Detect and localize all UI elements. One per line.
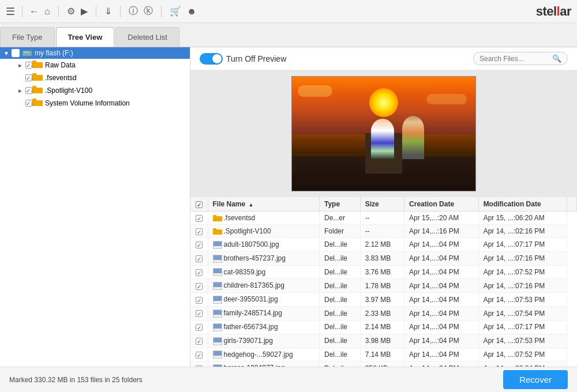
svg-rect-23 — [213, 273, 222, 276]
toggle-thumb — [212, 54, 222, 63]
row-created: Apr 14,...:04 PM — [404, 307, 479, 321]
row-modified: Apr 14, ...:07:54 PM — [478, 307, 567, 321]
row-checkbox-cell[interactable] — [190, 279, 208, 293]
folder-icon — [213, 228, 222, 235]
table-row: horses-1984977.jpgDel...ile256 KBApr 14,… — [190, 361, 577, 367]
row-checkbox[interactable] — [196, 228, 203, 235]
svg-rect-37 — [213, 338, 222, 342]
row-checkbox-cell[interactable] — [190, 361, 208, 367]
file-table-container: File Name ▲ Type Size Creation Date Modi… — [190, 197, 577, 367]
separator — [96, 6, 96, 17]
tab-file-type[interactable]: File Type — [0, 27, 55, 47]
row-checkbox[interactable] — [196, 269, 203, 276]
row-checkbox-cell[interactable] — [190, 307, 208, 321]
row-filename: cat-98359.jpg — [208, 265, 319, 279]
account-icon[interactable]: ☻ — [187, 6, 197, 17]
tree-checkbox-fseventsd[interactable]: ✓ — [25, 74, 32, 81]
row-checkbox[interactable] — [196, 255, 203, 262]
row-checkbox-cell[interactable] — [190, 320, 208, 334]
row-checkbox-cell[interactable] — [190, 293, 208, 307]
child1-figure — [371, 119, 394, 159]
settings-icon[interactable]: ⚙ — [67, 6, 75, 17]
row-checkbox-cell[interactable] — [190, 238, 208, 252]
tree-item-sysvolinfo[interactable]: ✓ System Volume Information — [0, 97, 190, 110]
child2-figure — [402, 116, 424, 159]
row-checkbox[interactable] — [196, 283, 203, 290]
th-type[interactable]: Type — [319, 197, 360, 212]
table-row: hedgehog-...59027.jpgDel...ile7.14 MBApr… — [190, 348, 577, 361]
tree-item-fseventsd[interactable]: ✓ .fseventsd — [0, 71, 190, 84]
row-size: 3.97 MB — [360, 293, 404, 307]
sun — [369, 88, 398, 117]
image-icon — [213, 282, 222, 290]
svg-rect-3 — [32, 62, 43, 68]
tree-toggle-raw-data[interactable]: ► — [17, 62, 25, 69]
row-filename: .fseventsd — [208, 212, 319, 225]
row-checkbox-cell[interactable] — [190, 265, 208, 279]
row-checkbox[interactable] — [196, 215, 203, 222]
tab-deleted-list[interactable]: Deleted List — [115, 27, 179, 47]
tree-toggle-my-flash[interactable]: ▼ — [3, 50, 12, 56]
svg-rect-20 — [213, 260, 222, 262]
svg-rect-7 — [32, 88, 43, 93]
row-checkbox[interactable] — [196, 310, 203, 317]
row-checkbox[interactable] — [196, 352, 203, 359]
refresh-icon[interactable]: ▶ — [81, 6, 88, 17]
row-checkbox-cell[interactable] — [190, 348, 208, 361]
th-size[interactable]: Size — [360, 197, 404, 212]
tree-item-my-flash[interactable]: ▼ ✓ my flash (F:) — [0, 47, 190, 59]
tree-checkbox-raw-data[interactable]: ✓ — [25, 62, 32, 69]
row-type: Del...ile — [319, 348, 360, 361]
title-bar: ☰ ← ⌂ ⚙ ▶ ⇓ ⓘ ⓚ 🛒 ☻ stellar — [0, 0, 577, 23]
tree-checkbox-sysvolinfo[interactable]: ✓ — [25, 100, 32, 107]
svg-rect-22 — [213, 269, 222, 273]
row-size: 256 KB — [360, 361, 404, 367]
row-checkbox-cell[interactable] — [190, 212, 208, 225]
svg-rect-10 — [32, 99, 36, 101]
separator — [120, 6, 121, 17]
image-icon — [213, 323, 222, 331]
svg-rect-17 — [213, 246, 222, 248]
row-checkbox[interactable] — [196, 324, 203, 331]
menu-icon[interactable]: ☰ — [6, 5, 15, 18]
row-type: Del...ile — [319, 334, 360, 348]
home-icon[interactable]: ⌂ — [44, 6, 50, 17]
tab-tree-view[interactable]: Tree View — [56, 27, 115, 47]
svg-rect-38 — [213, 342, 222, 345]
row-filename: family-2485714.jpg — [208, 307, 319, 321]
row-checkbox[interactable] — [196, 242, 203, 248]
row-checkbox[interactable] — [196, 365, 203, 367]
svg-rect-4 — [32, 61, 36, 63]
row-checkbox-cell[interactable] — [190, 225, 208, 238]
th-created[interactable]: Creation Date — [404, 197, 479, 212]
recover-button[interactable]: Recover — [503, 370, 568, 389]
table-row: adult-1807500.jpgDel...ile2.12 MBApr 14,… — [190, 238, 577, 252]
search-box[interactable]: 🔍 — [473, 52, 568, 65]
row-type: Del...ile — [319, 293, 360, 307]
row-checkbox[interactable] — [196, 338, 203, 345]
row-size: 1.78 MB — [360, 279, 404, 293]
th-modified[interactable]: Modification Date — [478, 197, 567, 212]
preview-toggle[interactable]: Turn Off Preview — [200, 53, 286, 65]
svg-rect-6 — [32, 73, 36, 76]
info-icon[interactable]: ⓘ — [129, 5, 138, 17]
row-checkbox-cell[interactable] — [190, 334, 208, 348]
row-checkbox-cell[interactable] — [190, 251, 208, 265]
back-icon[interactable]: ← — [29, 6, 39, 17]
tree-item-spotlight[interactable]: ► ✓ .Spotlight-V100 — [0, 84, 190, 97]
tree-checkbox-spotlight[interactable]: ✓ — [25, 87, 32, 94]
save-icon[interactable]: ⇓ — [104, 6, 112, 17]
folder-icon-raw-data — [32, 61, 43, 68]
th-checkbox[interactable] — [190, 197, 208, 212]
svg-rect-1 — [24, 52, 29, 53]
tree-item-raw-data[interactable]: ► ✓ Raw Data — [0, 59, 190, 71]
tree-toggle-spotlight[interactable]: ► — [17, 88, 25, 94]
tree-checkbox-my-flash[interactable]: ✓ — [12, 49, 20, 57]
th-filename[interactable]: File Name ▲ — [208, 197, 319, 212]
th-scroll — [567, 197, 577, 212]
search-input[interactable] — [479, 55, 549, 63]
row-size: 7.14 MB — [360, 348, 404, 361]
cart-icon[interactable]: 🛒 — [170, 6, 181, 17]
row-checkbox[interactable] — [196, 297, 203, 304]
help-icon[interactable]: ⓚ — [144, 5, 153, 17]
